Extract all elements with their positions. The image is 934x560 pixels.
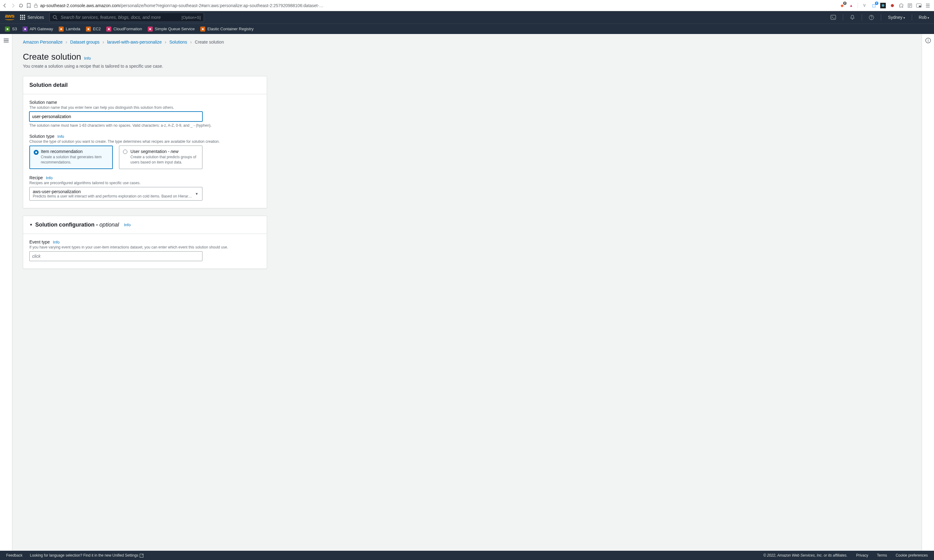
search-shortcut: [Option+S] bbox=[182, 15, 201, 20]
breadcrumb: Amazon Personalize›Dataset groups›larave… bbox=[23, 40, 909, 45]
lock-icon bbox=[34, 3, 38, 8]
fav-item[interactable]: ■CloudFormation bbox=[106, 26, 142, 32]
solution-type-label: Solution type bbox=[29, 134, 54, 139]
recipe-hint: Recipes are preconfigured algorithms tai… bbox=[29, 181, 260, 185]
url-path: /personalize/home?region=ap-southeast-2#… bbox=[120, 3, 323, 8]
services-menu[interactable]: Services bbox=[20, 15, 44, 20]
recipe-info-link[interactable]: Info bbox=[46, 175, 52, 180]
solution-name-hint: The solution name that you enter here ca… bbox=[29, 105, 260, 110]
page-title-info-link[interactable]: Info bbox=[84, 56, 91, 61]
solution-config-info-link[interactable]: Info bbox=[124, 223, 131, 227]
service-icon: ■ bbox=[200, 26, 205, 32]
forward-icon bbox=[11, 3, 15, 8]
back-icon[interactable] bbox=[3, 3, 8, 8]
panel-title: Solution detail bbox=[29, 82, 260, 88]
search-placeholder: Search for services, features, blogs, do… bbox=[61, 15, 161, 20]
solution-name-input[interactable] bbox=[29, 112, 202, 122]
svg-rect-6 bbox=[919, 6, 921, 7]
svg-point-16 bbox=[928, 39, 928, 40]
event-type-input[interactable] bbox=[29, 251, 202, 261]
favorites-bar: ■S3■API Gateway■Lambda■EC2■CloudFormatio… bbox=[0, 23, 934, 34]
search-input[interactable]: Search for services, features, blogs, do… bbox=[49, 13, 204, 22]
event-type-label: Event type bbox=[29, 240, 50, 245]
fav-item[interactable]: ■EC2 bbox=[86, 26, 101, 32]
ublock-icon[interactable]: ⬢ bbox=[889, 3, 895, 8]
page-description: You create a solution using a recipe tha… bbox=[23, 64, 909, 69]
solution-config-panel: ▼ Solution configuration - optional Info… bbox=[23, 216, 267, 269]
main-content: Amazon Personalize›Dataset groups›larave… bbox=[12, 34, 922, 551]
service-icon: ■ bbox=[5, 26, 10, 32]
bell-icon[interactable] bbox=[850, 15, 855, 20]
fav-item[interactable]: ■Elastic Container Registry bbox=[200, 26, 254, 32]
extension-icons: ◆2 ▲ V ⬚2 ✲ ⬢ bbox=[839, 3, 931, 8]
recipe-select[interactable]: aws-user-personalization Predicts items … bbox=[29, 187, 202, 201]
fav-item[interactable]: ■Simple Queue Service bbox=[148, 26, 195, 32]
aws-logo[interactable]: aws bbox=[5, 14, 14, 20]
solution-name-label: Solution name bbox=[29, 100, 260, 105]
caret-down-icon: ▼ bbox=[29, 223, 33, 226]
fav-item[interactable]: ■S3 bbox=[5, 26, 17, 32]
breadcrumb-link[interactable]: Solutions bbox=[169, 40, 187, 45]
search-icon bbox=[53, 15, 57, 20]
reading-list-icon[interactable] bbox=[908, 3, 912, 8]
aws-top-nav: aws Services Search for services, featur… bbox=[0, 11, 934, 23]
breadcrumb-link[interactable]: Dataset groups bbox=[70, 40, 100, 45]
solution-config-toggle[interactable]: ▼ Solution configuration - optional Info bbox=[23, 216, 267, 234]
tile-user-segmentation[interactable]: User segmentation - new Create a solutio… bbox=[119, 146, 202, 169]
cloudshell-icon[interactable] bbox=[831, 15, 836, 20]
region-selector[interactable]: Sydney bbox=[888, 15, 905, 20]
service-icon: ■ bbox=[23, 26, 28, 32]
breadcrumb-link[interactable]: Amazon Personalize bbox=[23, 40, 62, 45]
panel-title: Solution configuration - optional bbox=[35, 222, 119, 228]
left-rail bbox=[0, 34, 12, 551]
info-panel-icon[interactable] bbox=[925, 38, 931, 43]
extensions-icon[interactable] bbox=[899, 3, 904, 8]
radio-icon bbox=[123, 149, 127, 154]
fav-item[interactable]: ■Lambda bbox=[59, 26, 80, 32]
grid-icon bbox=[20, 15, 25, 20]
menu-icon[interactable] bbox=[925, 3, 930, 8]
breadcrumb-current: Create solution bbox=[195, 40, 224, 45]
help-icon[interactable] bbox=[869, 15, 874, 20]
radio-icon bbox=[34, 150, 38, 155]
service-icon: ■ bbox=[86, 26, 91, 32]
service-icon: ■ bbox=[59, 26, 64, 32]
solution-type-hint: Choose the type of solution you want to … bbox=[29, 139, 260, 144]
pip-icon[interactable] bbox=[916, 3, 922, 8]
bookmark-icon[interactable] bbox=[26, 3, 31, 8]
page-title: Create solution bbox=[23, 52, 81, 62]
aws-ext-icon[interactable]: ▲ bbox=[848, 3, 854, 8]
reload-icon[interactable] bbox=[18, 3, 23, 8]
breadcrumb-link[interactable]: laravel-with-aws-personalize bbox=[107, 40, 162, 45]
event-type-info-link[interactable]: Info bbox=[53, 240, 60, 245]
url-bar[interactable]: ap-southeast-2.console.aws.amazon.com/pe… bbox=[34, 3, 836, 8]
react-devtools-icon[interactable]: ⬚2 bbox=[871, 3, 877, 8]
event-type-hint: If you have varying event types in your … bbox=[29, 245, 260, 249]
brave-shields-icon[interactable]: ◆2 bbox=[839, 3, 845, 8]
fav-item[interactable]: ■API Gateway bbox=[23, 26, 53, 32]
solution-type-info-link[interactable]: Info bbox=[57, 134, 64, 139]
svg-point-10 bbox=[53, 15, 56, 18]
svg-line-11 bbox=[56, 18, 57, 20]
solution-detail-panel: Solution detail Solution name The soluti… bbox=[23, 76, 267, 208]
solution-name-help: The solution name must have 1-63 charact… bbox=[29, 123, 260, 128]
url-host: ap-southeast-2.console.aws.amazon.com bbox=[40, 3, 120, 8]
ext-icon-dark[interactable]: ✲ bbox=[880, 3, 886, 8]
tile-item-recommendation[interactable]: Item recommendation Create a solution th… bbox=[29, 146, 113, 169]
svg-rect-12 bbox=[831, 15, 836, 20]
recipe-label: Recipe bbox=[29, 175, 43, 180]
chevron-down-icon: ▼ bbox=[195, 192, 198, 195]
svg-rect-0 bbox=[34, 5, 37, 8]
account-menu[interactable]: Rob bbox=[919, 15, 929, 20]
service-icon: ■ bbox=[148, 26, 153, 32]
sidebar-toggle[interactable] bbox=[0, 38, 12, 42]
vue-devtools-icon[interactable]: V bbox=[862, 3, 867, 8]
svg-point-14 bbox=[871, 18, 872, 19]
browser-chrome: ap-southeast-2.console.aws.amazon.com/pe… bbox=[0, 0, 934, 11]
right-rail bbox=[922, 34, 934, 551]
service-icon: ■ bbox=[106, 26, 111, 32]
